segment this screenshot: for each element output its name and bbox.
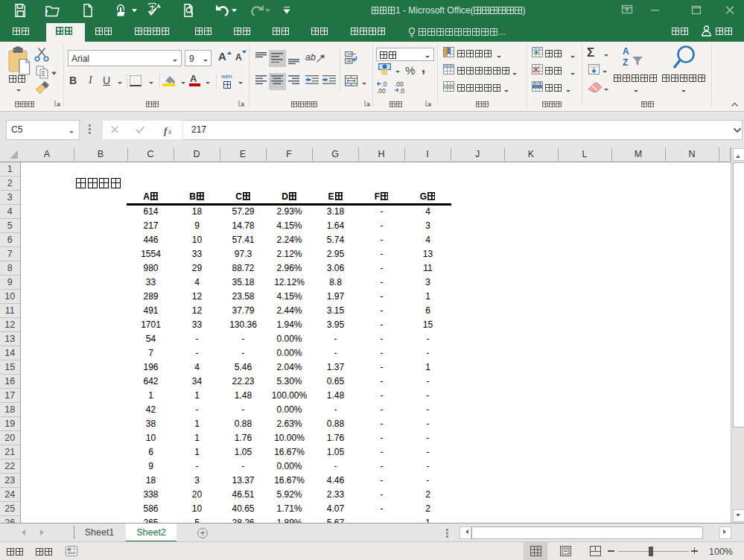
svg-text:x: x	[168, 127, 172, 136]
svg-text:.00: .00	[377, 87, 386, 94]
svg-text:Z: Z	[623, 57, 628, 67]
svg-text:.0: .0	[399, 87, 404, 94]
svg-text:ab: ab	[305, 52, 316, 63]
svg-text:A: A	[623, 46, 629, 57]
svg-text:A: A	[156, 3, 161, 10]
